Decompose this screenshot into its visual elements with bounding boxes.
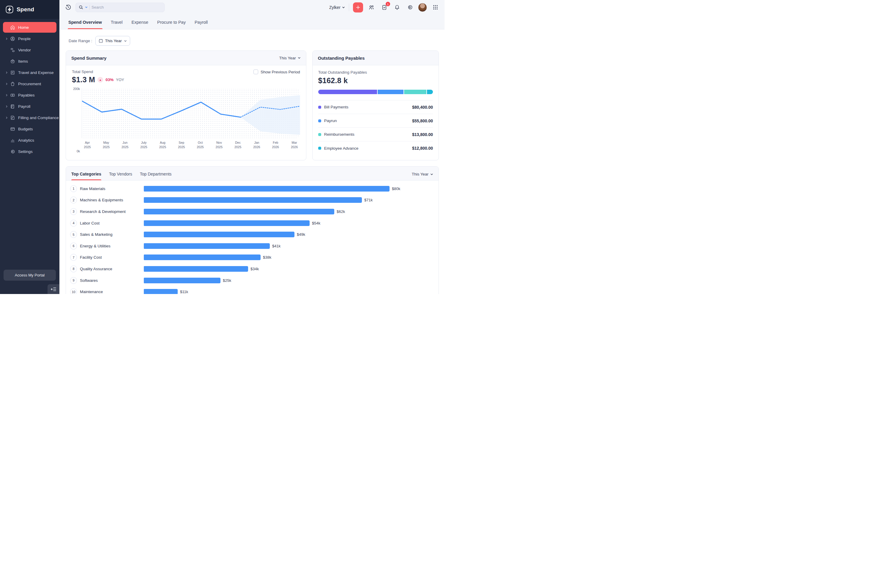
apps-grid-icon[interactable] <box>431 3 440 12</box>
sidebar-item-vendor[interactable]: Vendor <box>3 45 57 55</box>
category-row-sales-marketing[interactable]: 5Sales & Marketing$49k <box>70 229 433 240</box>
payables-row-amount: $55,800.00 <box>412 118 433 123</box>
show-previous-period-toggle[interactable]: Show Previous Period <box>254 69 300 74</box>
tab-expense[interactable]: Expense <box>132 20 148 29</box>
sidebar-item-budgets[interactable]: Budgets <box>3 123 57 134</box>
settings-gear-icon[interactable] <box>405 3 414 12</box>
tab-top-departments[interactable]: Top Departments <box>140 172 172 180</box>
payables-row-reimbursements[interactable]: Reimbursements$13,800.00 <box>318 128 433 141</box>
category-row-energy-utilities[interactable]: 6Energy & Utilities$41k <box>70 240 433 252</box>
sidebar-item-label: Settings <box>18 149 33 154</box>
topbar: Zylker 1 <box>59 0 444 15</box>
category-row-quality-assurance[interactable]: 8Quality Assurance$34k <box>70 263 433 275</box>
sidebar-item-filling-and-compliance[interactable]: Filling and Compliance <box>3 112 57 123</box>
sidebar-item-home[interactable]: Home <box>3 22 57 33</box>
category-label: Maintenance <box>80 290 144 294</box>
category-label: Labor Cost <box>80 221 144 225</box>
access-my-portal-button[interactable]: Access My Portal <box>4 270 56 280</box>
search-scope-chevron-icon[interactable] <box>85 6 88 9</box>
category-row-labor-cost[interactable]: 4Labor Cost$54k <box>70 218 433 229</box>
payables-icon <box>10 93 15 98</box>
sidebar-item-payables[interactable]: Payables <box>3 90 57 100</box>
top-categories-period-dropdown[interactable]: This Year <box>412 172 433 180</box>
total-outstanding-label: Total Outstanding Payables <box>318 70 433 75</box>
category-value: $80k <box>392 186 400 191</box>
category-label: Research & Development <box>80 209 144 214</box>
category-row-machines-equipments[interactable]: 2Machines & Equipments$71k <box>70 195 433 206</box>
sidebar-item-travel-and-expense[interactable]: Travel and Expense <box>3 67 57 78</box>
sidebar-item-people[interactable]: People <box>3 33 57 44</box>
payables-row-payrun[interactable]: Payrun$55,800.00 <box>318 114 433 128</box>
content: Date Range : This Year Spend Summary <box>59 29 444 294</box>
sidebar-item-procurement[interactable]: Procurement <box>3 78 57 89</box>
x-axis-label: Sep2025 <box>176 141 187 149</box>
sidebar-nav: HomePeopleVendorItemsTravel and ExpenseP… <box>0 19 59 157</box>
yoy-percent: 03% <box>105 78 114 82</box>
quick-create-button[interactable] <box>353 2 363 12</box>
category-row-facility-cost[interactable]: 7Facility Cost$38k <box>70 252 433 263</box>
category-label: Raw Materials <box>80 186 144 191</box>
category-value: $62k <box>336 209 345 214</box>
tab-spend-overview[interactable]: Spend Overview <box>68 20 102 29</box>
search-box[interactable] <box>75 3 165 12</box>
category-row-raw-materials[interactable]: 1Raw Materials$80k <box>70 183 433 195</box>
category-row-research-development[interactable]: 3Research & Development$62k <box>70 206 433 218</box>
travel-icon <box>10 70 15 75</box>
user-avatar[interactable] <box>418 3 427 12</box>
category-row-maintenance[interactable]: 10Maintenance$11k <box>70 286 433 294</box>
chevron-right-icon <box>5 94 9 96</box>
app-title: Spend <box>17 6 34 13</box>
date-range-value: This Year <box>105 39 122 43</box>
legend-dot-icon <box>318 133 321 136</box>
spend-summary-period-dropdown[interactable]: This Year <box>279 56 300 60</box>
people-icon <box>10 36 15 41</box>
sidebar-item-settings[interactable]: Settings <box>3 146 57 157</box>
x-axis-label: July2025 <box>138 141 149 149</box>
spend-line-chart-svg <box>82 88 300 138</box>
payables-segment-payrun <box>378 90 404 94</box>
x-axis-label: Nov2025 <box>213 141 225 149</box>
legend-dot-icon <box>318 119 321 122</box>
category-bar <box>144 243 270 249</box>
rank-badge: 2 <box>70 196 77 203</box>
search-input[interactable] <box>92 5 145 9</box>
chevron-right-icon <box>5 82 9 85</box>
approvals-icon[interactable]: 1 <box>380 3 389 12</box>
payables-row-employee-advance[interactable]: Employee Advance$12,800.00 <box>318 141 433 155</box>
org-switcher[interactable]: Zylker <box>329 5 345 10</box>
sidebar-item-analytics[interactable]: Analytics <box>3 135 57 146</box>
show-previous-period-checkbox[interactable] <box>254 69 258 74</box>
notifications-bell-icon[interactable] <box>392 3 401 12</box>
sidebar-item-items[interactable]: Items <box>3 56 57 66</box>
payables-breakdown-list: Bill Payments$80,400.00Payrun$55,800.00R… <box>318 100 433 155</box>
payables-row-label: Employee Advance <box>324 146 359 151</box>
payables-row-amount: $13,800.00 <box>412 132 433 137</box>
x-axis-label: Aug2025 <box>157 141 168 149</box>
category-bar <box>144 186 389 192</box>
sidebar-item-label: Items <box>18 59 28 63</box>
category-label: Sales & Marketing <box>80 232 144 237</box>
sidebar-item-payroll[interactable]: Payroll <box>3 101 57 112</box>
date-range-label: Date Range : <box>69 39 92 43</box>
tab-top-categories[interactable]: Top Categories <box>71 172 101 180</box>
users-icon[interactable] <box>367 3 376 12</box>
top-categories-list: 1Raw Materials$80k2Machines & Equipments… <box>66 180 438 294</box>
tab-payroll[interactable]: Payroll <box>195 20 208 29</box>
search-divider <box>89 5 90 10</box>
category-value: $34k <box>251 267 259 271</box>
rank-badge: 6 <box>70 243 77 249</box>
sidebar-item-label: Vendor <box>18 48 31 52</box>
tab-top-vendors[interactable]: Top Vendors <box>109 172 132 180</box>
payables-row-bill-payments[interactable]: Bill Payments$80,400.00 <box>318 100 433 114</box>
date-range-selector[interactable]: This Year <box>95 36 130 46</box>
tab-travel[interactable]: Travel <box>111 20 123 29</box>
collapse-sidebar-button[interactable] <box>48 284 59 294</box>
yoy-up-arrow-icon: ▲ <box>98 77 103 82</box>
tab-procure-to-pay[interactable]: Procure to Pay <box>157 20 186 29</box>
category-row-softwares[interactable]: 9Softwares$25k <box>70 275 433 286</box>
chevron-right-icon <box>5 116 9 119</box>
category-label: Machines & Equipments <box>80 198 144 202</box>
history-icon[interactable] <box>64 3 72 12</box>
date-range-row: Date Range : This Year <box>69 36 439 46</box>
rank-badge: 4 <box>70 220 77 226</box>
